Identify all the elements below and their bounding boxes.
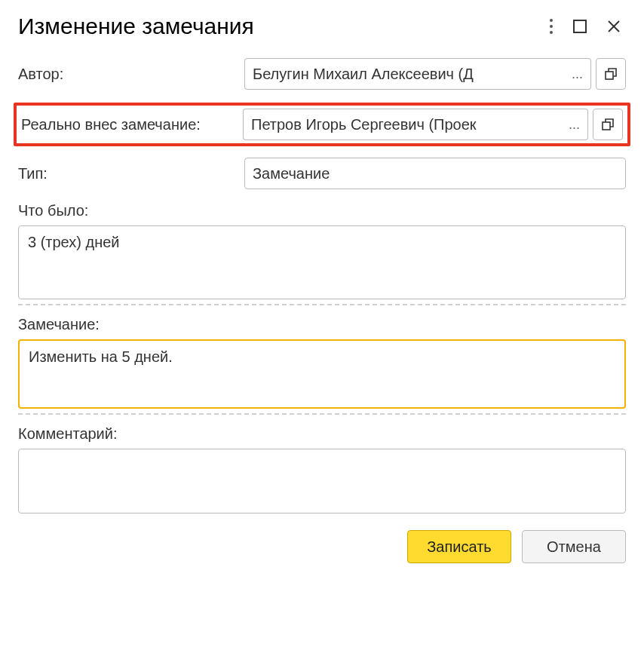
close-icon[interactable]: [606, 19, 621, 34]
author-row: Автор: Белугин Михаил Алексеевич (Д ...: [18, 57, 626, 90]
svg-point-0: [550, 19, 553, 22]
separator: [18, 304, 626, 305]
type-row: Тип: Замечание: [18, 157, 626, 190]
separator: [18, 413, 626, 415]
type-label: Тип:: [18, 165, 244, 182]
author-input[interactable]: Белугин Михаил Алексеевич (Д: [244, 58, 564, 90]
real-author-input[interactable]: Петров Игорь Сергеевич (Проек: [243, 109, 561, 140]
author-input-group: Белугин Михаил Алексеевич (Д ...: [244, 58, 626, 90]
cancel-button[interactable]: Отмена: [522, 530, 626, 563]
comment-textarea[interactable]: [18, 449, 626, 514]
type-input[interactable]: Замечание: [244, 158, 626, 189]
footer: Записать Отмена: [18, 530, 626, 563]
real-author-input-group: Петров Игорь Сергеевич (Проек ...: [243, 109, 627, 140]
real-author-open-button[interactable]: [593, 109, 623, 140]
svg-point-1: [550, 25, 553, 28]
titlebar: Изменение замечания: [18, 14, 626, 39]
real-author-label: Реально внес замечание:: [17, 116, 243, 133]
author-label: Автор:: [18, 66, 244, 83]
author-open-button[interactable]: [596, 58, 626, 90]
dialog-title: Изменение замечания: [18, 14, 549, 39]
what-was-label: Что было:: [18, 202, 626, 219]
save-button[interactable]: Записать: [407, 530, 511, 563]
real-author-row: Реально внес замечание: Петров Игорь Сер…: [14, 103, 630, 146]
svg-rect-7: [603, 122, 610, 130]
type-input-group: Замечание: [244, 158, 626, 189]
author-select-button[interactable]: ...: [564, 58, 591, 90]
remark-textarea[interactable]: Изменить на 5 дней.: [18, 339, 626, 409]
remark-label: Замечание:: [18, 316, 626, 333]
what-was-textarea[interactable]: 3 (трех) дней: [18, 225, 626, 299]
svg-rect-6: [606, 72, 613, 79]
svg-rect-3: [574, 20, 586, 32]
svg-point-2: [550, 31, 553, 34]
comment-label: Комментарий:: [18, 425, 626, 443]
maximize-icon[interactable]: [573, 20, 587, 33]
titlebar-actions: [549, 18, 626, 35]
real-author-select-button[interactable]: ...: [561, 109, 588, 140]
more-icon[interactable]: [549, 18, 554, 35]
dialog-window: Изменение замечания Автор: Белугин Михаи…: [0, 0, 644, 581]
